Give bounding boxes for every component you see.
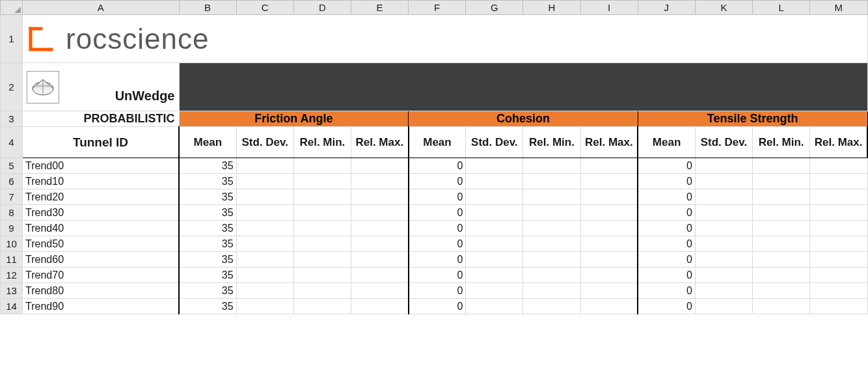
value-cell[interactable] [523, 236, 580, 252]
value-cell[interactable] [293, 299, 351, 314]
tunnel-id-header[interactable]: Tunnel ID [23, 127, 179, 158]
value-cell[interactable] [293, 283, 351, 299]
value-cell[interactable] [580, 221, 638, 236]
value-cell[interactable]: 0 [409, 283, 466, 299]
value-cell[interactable] [695, 221, 752, 236]
row-header[interactable]: 5 [1, 158, 23, 174]
col-header[interactable]: D [293, 1, 351, 15]
value-cell[interactable] [236, 189, 293, 205]
value-cell[interactable]: 0 [638, 158, 695, 174]
value-cell[interactable] [236, 252, 293, 268]
value-cell[interactable]: 0 [638, 236, 695, 252]
value-cell[interactable] [580, 236, 638, 252]
subhdr-tensile-stddev[interactable]: Std. Dev. [695, 127, 752, 158]
value-cell[interactable]: 0 [409, 221, 466, 236]
value-cell[interactable] [753, 221, 810, 236]
subhdr-cohesion-relmin[interactable]: Rel. Min. [523, 127, 580, 158]
value-cell[interactable]: 35 [179, 299, 236, 314]
group-friction-angle[interactable]: Friction Angle [179, 111, 409, 127]
value-cell[interactable]: 35 [179, 189, 236, 205]
value-cell[interactable]: 0 [409, 158, 466, 174]
group-cohesion[interactable]: Cohesion [409, 111, 638, 127]
value-cell[interactable] [236, 299, 293, 314]
value-cell[interactable] [293, 252, 351, 268]
row-header[interactable]: 10 [1, 236, 23, 252]
value-cell[interactable]: 35 [179, 158, 236, 174]
col-header[interactable]: E [351, 1, 408, 15]
tunnel-id-cell[interactable]: Trend90 [23, 299, 179, 314]
value-cell[interactable] [466, 299, 523, 314]
value-cell[interactable] [810, 158, 867, 174]
product-cell[interactable]: UnWedge [23, 63, 179, 111]
value-cell[interactable]: 0 [409, 236, 466, 252]
col-header[interactable]: B [179, 1, 236, 15]
value-cell[interactable] [753, 236, 810, 252]
value-cell[interactable] [810, 174, 867, 189]
value-cell[interactable] [580, 299, 638, 314]
tunnel-id-cell[interactable]: Trend10 [23, 174, 179, 189]
col-header[interactable]: M [810, 1, 867, 15]
value-cell[interactable]: 35 [179, 283, 236, 299]
value-cell[interactable] [351, 158, 408, 174]
value-cell[interactable] [810, 205, 867, 221]
value-cell[interactable]: 0 [638, 299, 695, 314]
value-cell[interactable] [293, 189, 351, 205]
row-header[interactable]: 11 [1, 252, 23, 268]
value-cell[interactable] [523, 268, 580, 283]
value-cell[interactable]: 0 [409, 299, 466, 314]
subhdr-friction-stddev[interactable]: Std. Dev. [236, 127, 293, 158]
probabilistic-label[interactable]: PROBABILISTIC [23, 111, 179, 127]
subhdr-tensile-mean[interactable]: Mean [638, 127, 695, 158]
col-header[interactable]: K [695, 1, 752, 15]
subhdr-tensile-relmax[interactable]: Rel. Max. [810, 127, 867, 158]
col-header[interactable]: L [753, 1, 810, 15]
row-header[interactable]: 13 [1, 283, 23, 299]
col-header[interactable]: I [580, 1, 638, 15]
tunnel-id-cell[interactable]: Trend60 [23, 252, 179, 268]
row-header[interactable]: 8 [1, 205, 23, 221]
value-cell[interactable] [695, 283, 752, 299]
col-header[interactable]: H [523, 1, 580, 15]
subhdr-friction-mean[interactable]: Mean [179, 127, 236, 158]
value-cell[interactable] [466, 268, 523, 283]
value-cell[interactable]: 35 [179, 268, 236, 283]
subhdr-cohesion-relmax[interactable]: Rel. Max. [580, 127, 638, 158]
subhdr-cohesion-mean[interactable]: Mean [409, 127, 466, 158]
col-header[interactable]: C [236, 1, 293, 15]
value-cell[interactable] [695, 236, 752, 252]
value-cell[interactable] [580, 268, 638, 283]
value-cell[interactable] [351, 174, 408, 189]
value-cell[interactable] [466, 236, 523, 252]
value-cell[interactable]: 35 [179, 205, 236, 221]
value-cell[interactable] [293, 221, 351, 236]
row-header[interactable]: 2 [1, 63, 23, 111]
value-cell[interactable] [810, 252, 867, 268]
col-header[interactable]: J [638, 1, 695, 15]
subhdr-friction-relmax[interactable]: Rel. Max. [351, 127, 408, 158]
value-cell[interactable] [351, 189, 408, 205]
tunnel-id-cell[interactable]: Trend50 [23, 236, 179, 252]
value-cell[interactable] [351, 221, 408, 236]
brand-cell[interactable]: rocscience [23, 15, 867, 63]
value-cell[interactable] [753, 268, 810, 283]
value-cell[interactable] [753, 252, 810, 268]
value-cell[interactable]: 0 [638, 221, 695, 236]
value-cell[interactable]: 35 [179, 252, 236, 268]
row-header[interactable]: 1 [1, 15, 23, 63]
value-cell[interactable] [236, 283, 293, 299]
value-cell[interactable] [810, 299, 867, 314]
value-cell[interactable] [753, 158, 810, 174]
select-all-corner[interactable] [1, 1, 23, 15]
value-cell[interactable] [293, 268, 351, 283]
value-cell[interactable] [753, 283, 810, 299]
value-cell[interactable]: 0 [409, 189, 466, 205]
tunnel-id-cell[interactable]: Trend00 [23, 158, 179, 174]
value-cell[interactable] [753, 174, 810, 189]
tunnel-id-cell[interactable]: Trend40 [23, 221, 179, 236]
value-cell[interactable] [236, 205, 293, 221]
value-cell[interactable] [293, 205, 351, 221]
value-cell[interactable] [580, 189, 638, 205]
spreadsheet-grid[interactable]: A B C D E F G H I J K L M 1 rocscience [0, 0, 868, 314]
value-cell[interactable] [293, 174, 351, 189]
value-cell[interactable]: 0 [638, 252, 695, 268]
